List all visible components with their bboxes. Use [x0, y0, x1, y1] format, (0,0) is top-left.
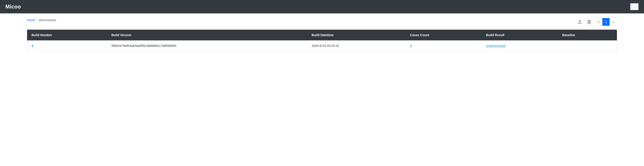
cell-baseline — [558, 40, 617, 51]
hamburger-line-1 — [632, 5, 637, 5]
top-bar: Home / demonstrate « 1 — [27, 18, 617, 26]
main-content: Home / demonstrate « 1 — [0, 13, 644, 56]
upload-icon — [578, 20, 582, 24]
cell-build-version: 5fafc0478af24af2da45fa19ddd06c17dd5d0d45 — [107, 40, 307, 51]
pagination-prev[interactable]: « — [595, 18, 602, 26]
col-build-number: Build Number — [27, 30, 107, 40]
delete-button[interactable] — [586, 18, 593, 25]
table-row: 1 5fafc0478af24af2da45fa19ddd06c17dd5d0d… — [27, 40, 617, 51]
table-header-row: Build Number Build Version Build Datetim… — [27, 30, 617, 40]
breadcrumb-separator: / — [36, 18, 37, 22]
build-number-link[interactable]: 1 — [32, 44, 33, 48]
app-title: Micoo — [5, 3, 21, 10]
col-cases-count: Cases Count — [406, 30, 482, 40]
pagination-next[interactable]: » — [610, 18, 617, 26]
cell-build-result: undetermined — [482, 40, 558, 51]
cell-cases-count: 2 — [406, 40, 482, 51]
table-body: 1 5fafc0478af24af2da45fa19ddd06c17dd5d0d… — [27, 40, 617, 51]
pagination-page-1[interactable]: 1 — [602, 18, 610, 26]
breadcrumb-home[interactable]: Home — [27, 18, 35, 22]
toolbar-right: « 1 » — [576, 18, 617, 26]
build-result-link[interactable]: undetermined — [486, 44, 505, 48]
breadcrumb: Home / demonstrate — [27, 18, 56, 22]
col-build-version: Build Version — [107, 30, 307, 40]
hamburger-button[interactable] — [630, 3, 639, 10]
col-build-datetime: Build Datetime — [307, 30, 406, 40]
col-build-result: Build Result — [482, 30, 558, 40]
trash-icon — [587, 20, 592, 24]
hamburger-line-3 — [632, 8, 637, 8]
cell-build-number: 1 — [27, 40, 107, 51]
col-baseline: Baseline — [558, 30, 617, 40]
pagination: « 1 » — [595, 18, 617, 26]
builds-table: Build Number Build Version Build Datetim… — [27, 30, 617, 51]
upload-button[interactable] — [576, 18, 583, 25]
builds-table-container: Build Number Build Version Build Datetim… — [27, 29, 617, 51]
table-header: Build Number Build Version Build Datetim… — [27, 30, 617, 40]
hamburger-line-2 — [632, 6, 637, 7]
breadcrumb-current: demonstrate — [39, 18, 56, 22]
app-header: Micoo — [0, 0, 644, 13]
cell-build-datetime: 2020-6-23 03:15:22 — [307, 40, 406, 51]
